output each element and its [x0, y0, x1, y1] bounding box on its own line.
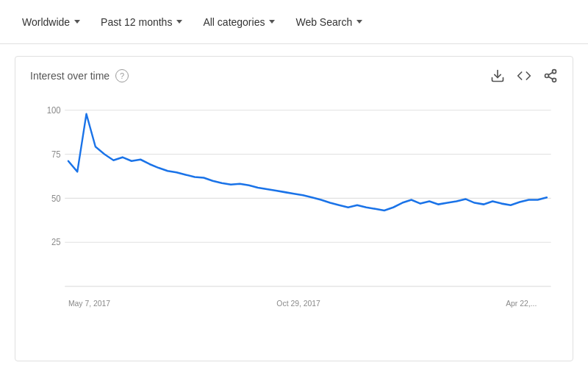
- chart-svg-wrapper: 100 75 50 25 May 7, 2017 Oct 29, 2017 Ap…: [30, 95, 558, 330]
- chart-actions: [490, 68, 558, 83]
- svg-text:100: 100: [47, 105, 61, 116]
- chart-title-group: Interest over time ?: [30, 69, 129, 82]
- svg-line-5: [548, 72, 553, 74]
- region-chevron-icon: [74, 20, 80, 24]
- chart-header: Interest over time ?: [30, 68, 558, 83]
- svg-text:Oct 29, 2017: Oct 29, 2017: [276, 299, 320, 308]
- search-type-dropdown[interactable]: Web Search: [288, 12, 370, 32]
- download-icon[interactable]: [490, 68, 505, 83]
- chart-title: Interest over time: [30, 70, 110, 82]
- category-dropdown[interactable]: All categories: [196, 12, 282, 32]
- time-chevron-icon: [176, 20, 182, 24]
- share-icon[interactable]: [543, 68, 558, 83]
- svg-text:May 7, 2017: May 7, 2017: [68, 299, 110, 308]
- category-chevron-icon: [269, 20, 275, 24]
- chart-container: Interest over time ?: [15, 56, 573, 361]
- search-type-chevron-icon: [356, 20, 362, 24]
- embed-icon[interactable]: [517, 68, 531, 83]
- svg-text:25: 25: [51, 237, 61, 248]
- region-label: Worldwide: [22, 16, 70, 28]
- svg-text:75: 75: [51, 149, 61, 160]
- filter-bar: Worldwide Past 12 months All categories …: [0, 0, 588, 44]
- trend-line: [68, 114, 547, 210]
- region-dropdown[interactable]: Worldwide: [15, 12, 87, 32]
- time-label: Past 12 months: [101, 16, 172, 28]
- time-dropdown[interactable]: Past 12 months: [93, 12, 190, 32]
- category-label: All categories: [203, 16, 265, 28]
- svg-line-4: [548, 77, 553, 79]
- search-type-label: Web Search: [295, 16, 352, 28]
- trend-chart: 100 75 50 25 May 7, 2017 Oct 29, 2017 Ap…: [30, 95, 558, 330]
- svg-text:50: 50: [51, 193, 61, 204]
- help-icon[interactable]: ?: [115, 69, 129, 82]
- svg-text:Apr 22,...: Apr 22,...: [506, 299, 537, 308]
